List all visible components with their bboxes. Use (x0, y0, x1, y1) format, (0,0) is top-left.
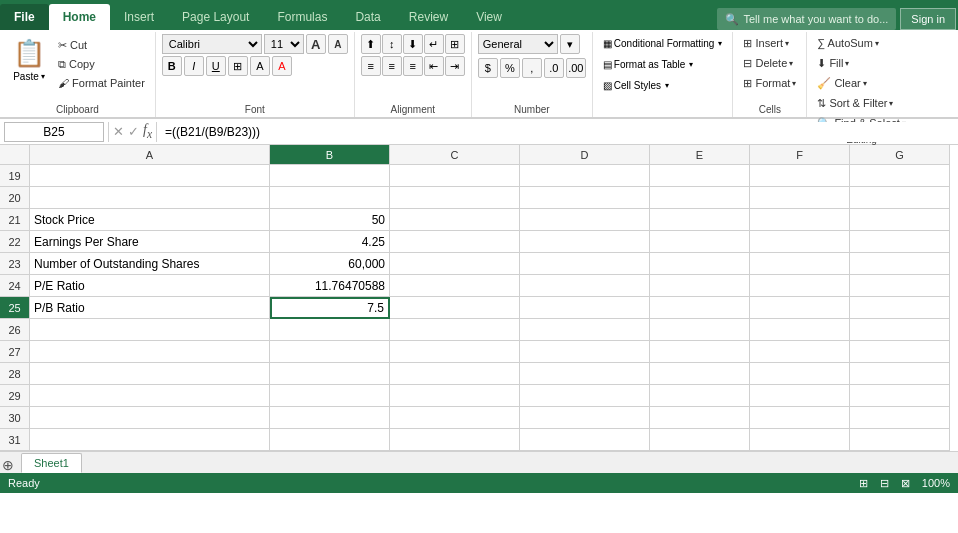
cell-c20[interactable] (390, 187, 520, 209)
cell-a26[interactable] (30, 319, 270, 341)
row-header-20[interactable]: 20 (0, 187, 30, 209)
name-box[interactable] (4, 122, 104, 142)
currency-button[interactable]: $ (478, 58, 498, 78)
cell-g25[interactable] (850, 297, 950, 319)
cell-b27[interactable] (270, 341, 390, 363)
number-format-btn[interactable]: ▾ (560, 34, 580, 54)
cell-a25[interactable]: P/B Ratio (30, 297, 270, 319)
cell-e31[interactable] (650, 429, 750, 451)
font-family-select[interactable]: Calibri (162, 34, 262, 54)
cell-a29[interactable] (30, 385, 270, 407)
cell-a27[interactable] (30, 341, 270, 363)
cell-e20[interactable] (650, 187, 750, 209)
cell-e29[interactable] (650, 385, 750, 407)
cell-a21[interactable]: Stock Price (30, 209, 270, 231)
cell-g27[interactable] (850, 341, 950, 363)
decrease-decimal-button[interactable]: .0 (544, 58, 564, 78)
format-button[interactable]: ⊞ Format▾ (739, 74, 800, 92)
col-header-b[interactable]: B (270, 145, 390, 165)
align-right-button[interactable]: ≡ (403, 56, 423, 76)
search-bar[interactable]: 🔍 Tell me what you want to do... (717, 8, 896, 30)
copy-button[interactable]: ⧉ Copy (54, 55, 149, 73)
fill-button[interactable]: ⬇ Fill ▾ (813, 54, 909, 72)
delete-button[interactable]: ⊟ Delete▾ (739, 54, 800, 72)
cell-f20[interactable] (750, 187, 850, 209)
cell-g20[interactable] (850, 187, 950, 209)
cell-d28[interactable] (520, 363, 650, 385)
cell-c28[interactable] (390, 363, 520, 385)
cell-a22[interactable]: Earnings Per Share (30, 231, 270, 253)
cell-f31[interactable] (750, 429, 850, 451)
cell-g24[interactable] (850, 275, 950, 297)
cell-f27[interactable] (750, 341, 850, 363)
cell-b23[interactable]: 60,000 (270, 253, 390, 275)
decrease-indent-button[interactable]: ⇤ (424, 56, 444, 76)
cell-c30[interactable] (390, 407, 520, 429)
row-header-31[interactable]: 31 (0, 429, 30, 451)
cell-d27[interactable] (520, 341, 650, 363)
tab-page-layout[interactable]: Page Layout (168, 4, 263, 30)
font-color-button[interactable]: A (272, 56, 292, 76)
cell-f25[interactable] (750, 297, 850, 319)
formula-input[interactable] (161, 122, 954, 142)
cell-e26[interactable] (650, 319, 750, 341)
cell-d22[interactable] (520, 231, 650, 253)
cell-e27[interactable] (650, 341, 750, 363)
row-header-24[interactable]: 24 (0, 275, 30, 297)
cell-g19[interactable] (850, 165, 950, 187)
cell-d23[interactable] (520, 253, 650, 275)
row-header-29[interactable]: 29 (0, 385, 30, 407)
percent-button[interactable]: % (500, 58, 520, 78)
col-header-c[interactable]: C (390, 145, 520, 165)
cell-f29[interactable] (750, 385, 850, 407)
cell-b19[interactable] (270, 165, 390, 187)
view-page-break-icon[interactable]: ⊠ (901, 477, 910, 490)
cell-a19[interactable] (30, 165, 270, 187)
cell-e28[interactable] (650, 363, 750, 385)
align-left-button[interactable]: ≡ (361, 56, 381, 76)
border-button[interactable]: ⊞ (228, 56, 248, 76)
wrap-text-button[interactable]: ↵ (424, 34, 444, 54)
conditional-formatting-button[interactable]: ▦ Conditional Formatting ▾ (599, 34, 727, 53)
cell-d25[interactable] (520, 297, 650, 319)
cell-g23[interactable] (850, 253, 950, 275)
cut-button[interactable]: ✂ Cut (54, 36, 149, 54)
cell-a28[interactable] (30, 363, 270, 385)
cell-a24[interactable]: P/E Ratio (30, 275, 270, 297)
row-header-25[interactable]: 25 (0, 297, 30, 319)
cell-a30[interactable] (30, 407, 270, 429)
col-header-g[interactable]: G (850, 145, 950, 165)
cell-d19[interactable] (520, 165, 650, 187)
increase-indent-button[interactable]: ⇥ (445, 56, 465, 76)
col-header-a[interactable]: A (30, 145, 270, 165)
cell-f26[interactable] (750, 319, 850, 341)
merge-center-button[interactable]: ⊞ (445, 34, 465, 54)
col-header-e[interactable]: E (650, 145, 750, 165)
view-layout-icon[interactable]: ⊟ (880, 477, 889, 490)
bold-button[interactable]: B (162, 56, 182, 76)
sheet-tab-sheet1[interactable]: Sheet1 (21, 453, 82, 473)
cell-a20[interactable] (30, 187, 270, 209)
cell-e24[interactable] (650, 275, 750, 297)
align-bottom-button[interactable]: ⬇ (403, 34, 423, 54)
cancel-icon[interactable]: ✕ (113, 124, 124, 139)
cell-c23[interactable] (390, 253, 520, 275)
decrease-font-button[interactable]: A (328, 34, 348, 54)
sort-filter-button[interactable]: ⇅ Sort & Filter ▾ (813, 94, 909, 112)
col-header-f[interactable]: F (750, 145, 850, 165)
cell-b28[interactable] (270, 363, 390, 385)
cell-c31[interactable] (390, 429, 520, 451)
cell-f22[interactable] (750, 231, 850, 253)
cell-b21[interactable]: 50 (270, 209, 390, 231)
align-top-button[interactable]: ⬆ (361, 34, 381, 54)
cell-g22[interactable] (850, 231, 950, 253)
clear-button[interactable]: 🧹 Clear ▾ (813, 74, 909, 92)
cell-g30[interactable] (850, 407, 950, 429)
cell-a23[interactable]: Number of Outstanding Shares (30, 253, 270, 275)
cell-b29[interactable] (270, 385, 390, 407)
tab-data[interactable]: Data (341, 4, 394, 30)
number-format-select[interactable]: General (478, 34, 558, 54)
font-size-select[interactable]: 11 (264, 34, 304, 54)
cell-c22[interactable] (390, 231, 520, 253)
row-header-28[interactable]: 28 (0, 363, 30, 385)
